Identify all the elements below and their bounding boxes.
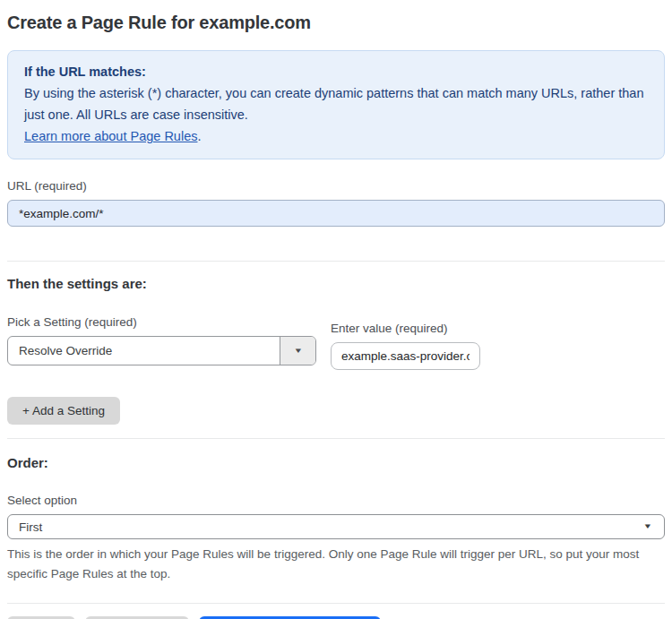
settings-heading: Then the settings are:	[7, 276, 665, 291]
setting-value-column: Enter value (required)	[331, 322, 480, 370]
order-select[interactable]: First ▼	[7, 514, 665, 539]
section-divider	[7, 603, 665, 604]
page-rule-form: Create a Page Rule for example.com If th…	[0, 0, 672, 619]
settings-row: Pick a Setting (required) Resolve Overri…	[7, 315, 665, 370]
info-box-heading: If the URL matches:	[24, 61, 648, 82]
setting-value-input[interactable]	[331, 342, 480, 370]
learn-more-link[interactable]: Learn more about Page Rules	[24, 129, 197, 143]
page-title: Create a Page Rule for example.com	[7, 13, 665, 33]
link-suffix: .	[197, 129, 201, 143]
setting-picker-select[interactable]: Resolve Override ▼	[7, 336, 316, 365]
url-field-label: URL (required)	[7, 179, 665, 193]
order-help-text: This is the order in which your Page Rul…	[7, 545, 652, 584]
chevron-down-icon: ▼	[293, 348, 303, 355]
chevron-down-icon: ▼	[643, 523, 653, 530]
section-divider	[7, 438, 665, 439]
value-field-label: Enter value (required)	[331, 322, 480, 335]
setting-picker-column: Pick a Setting (required) Resolve Overri…	[7, 315, 316, 365]
info-box-body: By using the asterisk (*) character, you…	[24, 82, 648, 125]
url-input[interactable]	[7, 200, 665, 227]
setting-picker-selected-value: Resolve Override	[8, 337, 280, 365]
info-box-link-line: Learn more about Page Rules.	[24, 125, 648, 147]
dropdown-arrow-button[interactable]: ▼	[280, 337, 315, 365]
url-match-info-box: If the URL matches: By using the asteris…	[7, 50, 665, 159]
add-setting-button[interactable]: + Add a Setting	[7, 397, 120, 425]
section-divider	[7, 261, 665, 262]
setting-picker-label: Pick a Setting (required)	[7, 315, 316, 329]
order-heading: Order:	[7, 455, 665, 470]
order-selected-value: First	[19, 520, 644, 534]
order-select-label: Select option	[7, 494, 665, 507]
